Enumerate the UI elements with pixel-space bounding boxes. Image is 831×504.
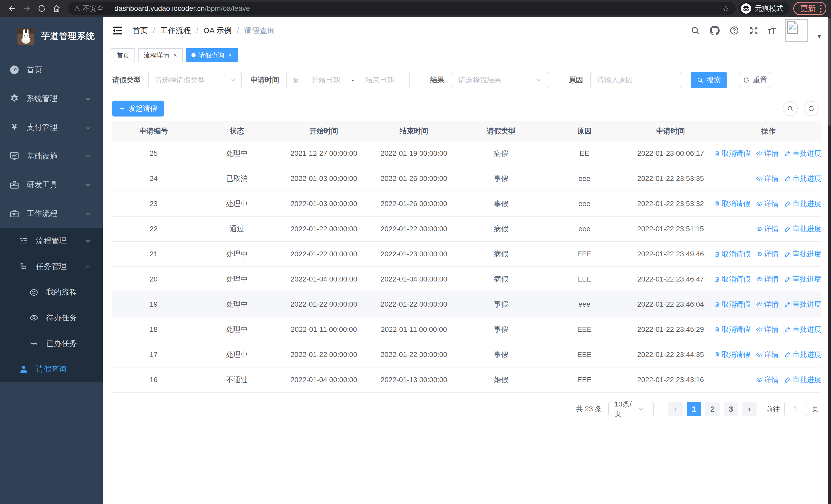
cancel-action-link[interactable]: 取消请假 [716,149,750,158]
leave-type-select[interactable]: 请选择请假类型 [148,72,242,88]
cancel-action-link[interactable]: 取消请假 [716,350,750,359]
search-button[interactable]: 搜索 [691,72,727,88]
tab-流程详情[interactable]: 流程详情× [138,48,183,62]
bookmark-star-icon[interactable]: ☆ [722,4,729,13]
browser-back-icon[interactable] [5,2,20,15]
pagination-total: 共 23 条 [576,404,602,414]
cancel-action-link[interactable]: 取消请假 [716,199,750,209]
sidebar-item-我的流程[interactable]: 我的流程 [0,279,103,305]
cancel-action-link[interactable]: 取消请假 [716,274,750,284]
cell-type: 事假 [459,299,543,309]
url-divider [109,5,109,12]
font-size-icon[interactable]: TT [768,26,776,36]
breadcrumb-oa-example[interactable]: OA 示例 [203,25,232,36]
window-scrollbar[interactable] [828,17,831,504]
cell-start: 2022-01-22 00:00:00 [279,250,369,258]
progress-action-link[interactable]: 审批进度 [784,174,821,183]
sidebar-item-请假查询[interactable]: 请假查询 [0,356,103,382]
cell-status: 处理中 [195,274,279,284]
cancel-action-link[interactable]: 取消请假 [716,325,750,334]
tab-请假查询[interactable]: 请假查询× [186,48,238,62]
create-leave-button[interactable]: 发起请假 [112,100,164,117]
sidebar-item-工作流程[interactable]: 工作流程 [0,199,103,228]
progress-action-link[interactable]: 审批进度 [784,350,821,359]
user-caret-down-icon[interactable]: ▼ [816,33,822,40]
scrollbar-thumb[interactable] [828,18,830,126]
result-select[interactable]: 请选择流结果 [452,72,548,88]
table-row-17: 17处理中2022-01-22 00:00:002022-01-22 00:00… [112,342,821,367]
tab-close-icon[interactable]: × [173,52,177,59]
goto-page-input[interactable]: 1 [784,402,807,416]
breadcrumb-home[interactable]: 首页 [133,25,148,36]
detail-action-link[interactable]: 详情 [756,299,779,309]
toggle-search-button[interactable] [783,101,798,116]
refresh-button[interactable] [804,101,819,116]
sidebar: 芋道管理系统 首页系统管理¥支付管理基础设施研发工具工作流程流程管理任务管理我的… [0,17,103,504]
github-icon[interactable] [709,25,720,36]
tab-close-icon[interactable]: × [228,52,232,59]
detail-action-link[interactable]: 详情 [756,375,779,385]
progress-action-link[interactable]: 审批进度 [784,299,821,309]
browser-reload-icon[interactable] [34,2,49,15]
progress-action-link[interactable]: 审批进度 [784,375,821,385]
next-page-button[interactable]: › [742,402,756,416]
sidebar-item-支付管理[interactable]: ¥支付管理 [0,113,103,142]
reset-button[interactable]: 重置 [740,72,770,88]
fullscreen-icon[interactable] [748,25,760,36]
date-start-input[interactable]: 开始日期 [301,75,350,85]
sidebar-item-基础设施[interactable]: 基础设施 [0,142,103,170]
detail-action-link[interactable]: 详情 [756,224,779,234]
help-icon[interactable] [728,25,740,36]
detail-action-link[interactable]: 详情 [756,149,779,158]
progress-action-link[interactable]: 审批进度 [784,224,821,234]
reason-input[interactable]: 请输入原因 [590,72,681,88]
browser-forward-icon[interactable] [20,2,34,15]
address-bar[interactable]: ⚠ 不安全 dashboard.yudao.iocoder.cn/bpm/oa/… [68,2,736,15]
cell-apply_time: 2022-01-22 23:44:35 [625,351,716,359]
leave-table: 申请编号状态开始时间结束时间请假类型原因申请时间操作 25处理中2021-12-… [112,121,821,393]
sidebar-item-待办任务[interactable]: 待办任务 [0,305,103,330]
tab-首页[interactable]: 首页 [111,48,135,62]
progress-action-link[interactable]: 审批进度 [784,274,821,284]
sidebar-item-研发工具[interactable]: 研发工具 [0,170,103,199]
chevron-down-icon [85,237,91,244]
cell-id: 25 [112,149,195,157]
browser-home-icon[interactable] [49,2,64,15]
cancel-action-link[interactable]: 取消请假 [716,249,750,259]
detail-action-link[interactable]: 详情 [756,325,779,334]
detail-action-link[interactable]: 详情 [756,249,779,259]
search-icon[interactable] [690,25,701,36]
prev-page-button[interactable]: ‹ [668,402,683,416]
chevron-down-icon [536,77,543,83]
progress-action-link[interactable]: 审批进度 [784,325,821,334]
page-button-2[interactable]: 2 [705,402,720,416]
url-host: dashboard.yudao.iocoder.cn [114,4,205,12]
breadcrumb-workflow[interactable]: 工作流程 [160,25,191,36]
security-warning-icon[interactable]: ⚠ [74,4,80,13]
page-button-3[interactable]: 3 [724,402,738,416]
detail-action-link[interactable]: 详情 [756,174,779,183]
sidebar-item-已办任务[interactable]: 已办任务 [0,330,103,356]
page-size-select[interactable]: 10条/页 [608,402,654,416]
cancel-action-link[interactable]: 取消请假 [716,299,750,309]
progress-action-link[interactable]: 审批进度 [784,199,821,209]
sidebar-item-系统管理[interactable]: 系统管理 [0,84,103,113]
sidebar-item-任务管理[interactable]: 任务管理 [0,254,103,279]
progress-action-link[interactable]: 审批进度 [784,149,821,158]
detail-action-link[interactable]: 详情 [756,199,779,209]
avatar-broken-image-icon[interactable] [785,19,808,42]
browser-update-button[interactable]: 更新 [793,2,826,15]
progress-action-link[interactable]: 审批进度 [784,249,821,259]
cell-apply_time: 2022-01-22 23:53:32 [625,200,716,208]
tabbar: 首页流程详情×请假查询× [103,44,831,64]
detail-action-link[interactable]: 详情 [756,274,779,284]
hamburger-icon[interactable] [111,25,123,36]
cell-type: 病假 [459,224,543,234]
sidebar-item-首页[interactable]: 首页 [0,55,103,84]
detail-action-link[interactable]: 详情 [756,350,779,359]
browser-menu-icon[interactable] [820,5,822,12]
date-end-input[interactable]: 结束日期 [355,75,404,85]
sidebar-item-流程管理[interactable]: 流程管理 [0,228,103,254]
page-button-1[interactable]: 1 [687,402,701,416]
apply-time-range-picker[interactable]: 开始日期 - 结束日期 [286,72,409,88]
